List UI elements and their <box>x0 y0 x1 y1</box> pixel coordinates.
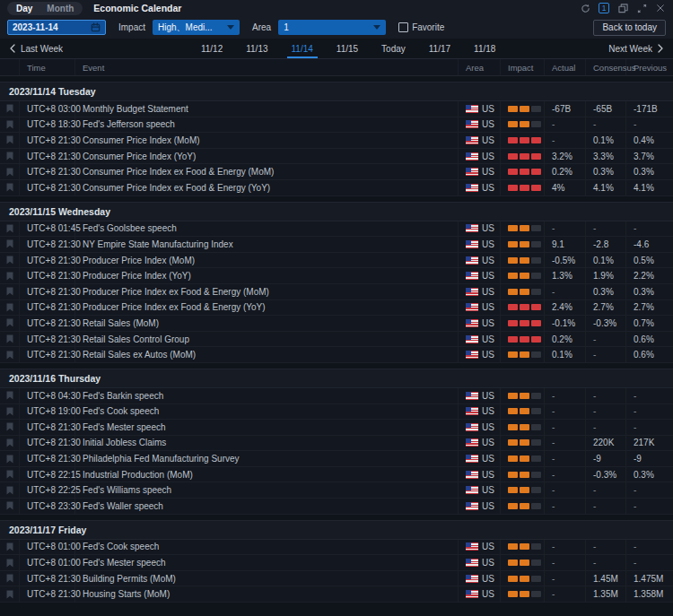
us-flag-icon <box>466 152 478 161</box>
event-row[interactable]: UTC+8 21:30 Consumer Price Index ex Food… <box>0 164 673 180</box>
bookmark-icon[interactable] <box>6 486 13 495</box>
weeknav-day-11-13[interactable]: 11/13 <box>234 39 279 58</box>
bookmark-icon[interactable] <box>6 422 13 431</box>
event-row[interactable]: UTC+8 21:30 Producer Price Index ex Food… <box>0 284 673 300</box>
event-row[interactable]: UTC+8 21:30 Producer Price Index (YoY) U… <box>0 268 673 284</box>
consensus-value: - <box>593 558 596 568</box>
event-time: UTC+8 04:30 <box>27 391 81 401</box>
actual-value: 0.2% <box>552 167 572 177</box>
event-row[interactable]: UTC+8 01:00 Fed's Cook speech US - - - <box>0 540 673 556</box>
week-navigation: Last Week 11/1211/1311/1411/15Today11/17… <box>0 39 673 59</box>
weeknav-day-today[interactable]: Today <box>370 39 417 58</box>
date-picker[interactable]: 2023-11-14 <box>7 20 106 35</box>
back-to-today-button[interactable]: Back to today <box>593 20 666 36</box>
event-row[interactable]: UTC+8 21:30 Retail Sales (MoM) US -0.1% … <box>0 316 673 332</box>
event-row[interactable]: UTC+8 04:30 Fed's Barkin speech US - - - <box>0 388 673 404</box>
event-row[interactable]: UTC+8 21:30 Philadelphia Fed Manufacturi… <box>0 451 673 467</box>
bookmark-icon[interactable] <box>6 120 13 129</box>
favorite-checkbox[interactable] <box>398 22 408 32</box>
event-row[interactable]: UTC+8 21:30 Retail Sales ex Autos (MoM) … <box>0 347 673 363</box>
bookmark-icon[interactable] <box>6 183 13 192</box>
tab-day[interactable]: Day <box>9 3 39 14</box>
us-flag-icon <box>466 319 478 327</box>
bookmark-icon[interactable] <box>6 501 13 510</box>
event-name: Fed's Mester speech <box>83 558 166 568</box>
close-icon[interactable] <box>655 3 666 13</box>
weeknav-day-11-12[interactable]: 11/12 <box>189 39 234 58</box>
weeknav-day-11-17[interactable]: 11/17 <box>417 39 462 58</box>
event-row[interactable]: UTC+8 21:30 Building Permits (MoM) US - … <box>0 571 673 587</box>
event-row[interactable]: UTC+8 22:25 Fed's Williams speech US - -… <box>0 482 673 499</box>
bookmark-icon[interactable] <box>6 574 13 583</box>
bookmark-icon[interactable] <box>6 303 13 312</box>
impact-segment <box>531 543 541 550</box>
favorite-filter[interactable]: Favorite <box>398 22 444 32</box>
area-label: US <box>482 256 494 265</box>
us-flag-icon <box>466 423 478 431</box>
event-row[interactable]: UTC+8 01:45 Fed's Goolsbee speech US - -… <box>0 221 673 238</box>
consensus-value: 220K <box>593 438 614 447</box>
event-row[interactable]: UTC+8 21:30 NY Empire State Manufacturin… <box>0 237 673 253</box>
event-name: Housing Starts (MoM) <box>83 589 170 599</box>
us-flag-icon <box>466 486 478 494</box>
event-row[interactable]: UTC+8 21:30 Consumer Price Index ex Food… <box>0 180 673 196</box>
event-row[interactable]: UTC+8 01:00 Fed's Mester speech US - - - <box>0 555 673 571</box>
impact-segment <box>508 153 518 160</box>
event-row[interactable]: UTC+8 22:15 Industrial Production (MoM) … <box>0 467 673 483</box>
event-row[interactable]: UTC+8 21:30 Housing Starts (MoM) US - 1.… <box>0 586 673 603</box>
bookmark-icon[interactable] <box>6 239 13 248</box>
bookmark-icon[interactable] <box>6 318 13 327</box>
previous-value: 1.475M <box>634 574 663 584</box>
consensus-value: -0.3% <box>593 318 616 328</box>
event-row[interactable]: UTC+8 21:30 Producer Price Index (MoM) U… <box>0 253 673 269</box>
expand-icon[interactable] <box>636 3 647 13</box>
event-row[interactable]: UTC+8 21:30 Consumer Price Index (MoM) U… <box>0 133 673 149</box>
bookmark-icon[interactable] <box>6 152 13 161</box>
tab-month[interactable]: Month <box>39 3 81 14</box>
area-label: US <box>482 302 494 312</box>
bookmark-icon[interactable] <box>6 559 13 568</box>
bookmark-icon[interactable] <box>6 224 13 233</box>
bookmark-icon[interactable] <box>6 272 13 281</box>
bookmark-icon[interactable] <box>6 135 13 144</box>
bookmark-icon[interactable] <box>6 590 13 599</box>
weeknav-day-11-18[interactable]: 11/18 <box>462 39 507 58</box>
bookmark-icon[interactable] <box>6 168 13 177</box>
area-filter-dropdown[interactable]: 1 <box>278 20 386 35</box>
event-row[interactable]: UTC+8 19:00 Fed's Cook speech US - - - <box>0 404 673 421</box>
window-number-badge[interactable]: 1 <box>599 3 609 13</box>
event-row[interactable]: UTC+8 21:30 Producer Price Index ex Food… <box>0 300 673 317</box>
bookmark-icon[interactable] <box>6 334 13 343</box>
bookmark-icon[interactable] <box>6 391 13 400</box>
event-row[interactable]: UTC+8 18:30 Fed's Jefferson speech US - … <box>0 117 673 134</box>
last-week-button[interactable]: Last Week <box>9 44 63 54</box>
event-row[interactable]: UTC+8 23:30 Fed's Waller speech US - - - <box>0 499 673 515</box>
impact-segment <box>520 304 529 310</box>
event-name: Consumer Price Index (MoM) <box>83 135 200 145</box>
bookmark-icon[interactable] <box>6 351 13 360</box>
impact-filter-value: High、Medi... <box>158 22 213 34</box>
bookmark-icon[interactable] <box>6 407 13 416</box>
bookmark-icon[interactable] <box>6 455 13 464</box>
event-row[interactable]: UTC+8 21:30 Fed's Mester speech US - - - <box>0 420 673 436</box>
event-row[interactable]: UTC+8 03:00 Monthly Budget Statement US … <box>0 101 673 117</box>
bookmark-icon[interactable] <box>6 287 13 296</box>
duplicate-window-icon[interactable] <box>617 3 628 13</box>
weeknav-day-11-15[interactable]: 11/15 <box>325 39 370 58</box>
event-row[interactable]: UTC+8 21:30 Retail Sales Control Group U… <box>0 332 673 348</box>
bookmark-icon[interactable] <box>6 104 13 113</box>
bookmark-icon[interactable] <box>6 438 13 447</box>
weeknav-day-11-14[interactable]: 11/14 <box>280 39 325 58</box>
refresh-icon[interactable] <box>580 3 590 13</box>
event-area: US <box>459 571 501 586</box>
previous-value: 0.5% <box>634 256 654 265</box>
event-area: US <box>459 101 501 117</box>
impact-filter-dropdown[interactable]: High、Medi... <box>153 20 240 35</box>
bookmark-icon[interactable] <box>6 470 13 479</box>
impact-segment <box>508 121 518 127</box>
event-row[interactable]: UTC+8 21:30 Consumer Price Index (YoY) U… <box>0 149 673 165</box>
bookmark-icon[interactable] <box>6 542 13 551</box>
actual-value: 0.1% <box>552 350 572 360</box>
bookmark-icon[interactable] <box>6 256 13 265</box>
event-row[interactable]: UTC+8 21:30 Initial Jobless Claims US - … <box>0 436 673 452</box>
